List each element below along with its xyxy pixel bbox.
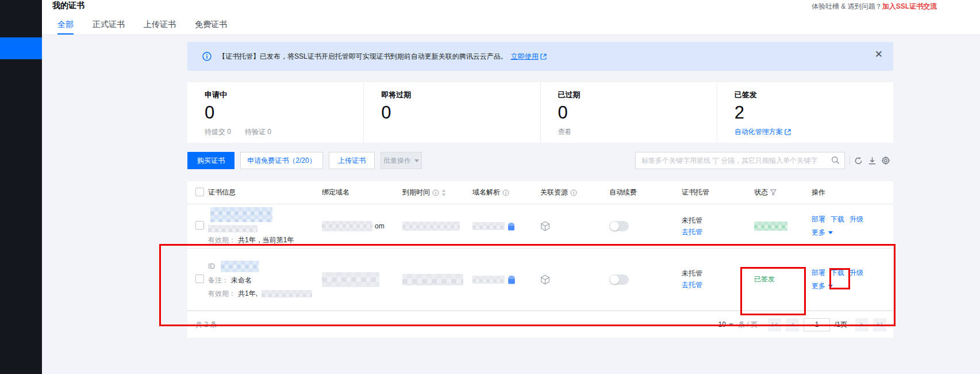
redacted-domain [322, 272, 379, 287]
download-link[interactable]: 下载 [831, 215, 844, 224]
hosting-status: 未托管 [682, 269, 754, 278]
note-value: 未命名 [231, 276, 252, 285]
feedback-text: 体验吐槽 & 遇到问题？ [812, 2, 882, 10]
upgrade-link[interactable]: 升级 [850, 215, 863, 224]
table-toolbar: 购买证书 申请免费证书（2/20） 上传证书 批量操作 [187, 152, 893, 169]
download-link[interactable]: 下载 [831, 268, 844, 278]
stat-value: 0 [558, 102, 717, 123]
use-now-link[interactable]: 立即使用 [511, 52, 539, 62]
pagination-next-button[interactable] [855, 318, 868, 331]
main-content: 【证书托管】已发布，将SSL证书开启托管即可实现证书到期前自动更新关联的腾讯云云… [42, 36, 980, 374]
upload-cert-button[interactable]: 上传证书 [329, 152, 375, 169]
pagination-total-pages: /1页 [835, 320, 847, 330]
stat-sub-pending-submit[interactable]: 待提交 0 [205, 127, 231, 137]
resource-box-icon[interactable] [540, 274, 550, 285]
select-all-checkbox[interactable] [195, 188, 204, 196]
stat-value: 2 [735, 102, 893, 123]
pagination-first-button[interactable] [768, 318, 781, 331]
stat-expiring: 即将过期 0 [363, 82, 540, 143]
redacted-cert-name [210, 207, 272, 222]
banner-message: 【证书托管】已发布，将SSL证书开启托管即可实现证书到期前自动更新关联的腾讯云云… [218, 52, 508, 62]
toolbar-divider [850, 156, 850, 165]
tab-all[interactable]: 全部 [57, 16, 74, 35]
ssl-console-page: { "app": { "title": "我的证书" }, "topbar": … [0, 0, 980, 374]
stat-sub-pending-verify[interactable]: 待验证 0 [245, 127, 271, 137]
stat-issued: 已签发 2 自动化管理方案 [717, 82, 893, 143]
domain-suffix: om [375, 222, 385, 230]
more-link[interactable]: 更多 [812, 281, 825, 291]
col-auto-renew: 自动续费 [609, 188, 637, 197]
dns-cloud-icon [507, 222, 516, 231]
apply-free-cert-button[interactable]: 申请免费证书（2/20） [240, 152, 323, 169]
hosting-action-link[interactable]: 去托管 [682, 280, 754, 290]
chevron-down-icon [729, 323, 733, 326]
hosting-action-link[interactable]: 去托管 [682, 227, 754, 237]
filter-icon[interactable] [770, 189, 777, 196]
table-row: ID 备注：未命名 有效期：共1年, 未托管 去托管 已签发 部署 [187, 249, 893, 311]
redacted-status-badge [754, 222, 787, 231]
stat-pending: 申请中 0 待提交 0 待验证 0 [187, 82, 363, 143]
tab-formal[interactable]: 正式证书 [93, 16, 125, 35]
more-link[interactable]: 更多 [812, 228, 825, 238]
banner-close-icon[interactable]: ✕ [875, 49, 883, 59]
download-icon[interactable] [867, 155, 877, 166]
redacted-expire-time [402, 274, 463, 285]
resource-box-icon[interactable] [540, 221, 550, 231]
external-link-icon [540, 54, 547, 60]
info-icon[interactable] [432, 189, 439, 196]
deploy-link[interactable]: 部署 [812, 268, 825, 278]
sidebar-active-item[interactable] [0, 37, 42, 59]
info-icon[interactable] [570, 189, 577, 196]
col-actions: 操作 [812, 188, 825, 197]
stat-label: 已过期 [558, 90, 717, 100]
redacted-expire-time [402, 222, 460, 231]
redacted-cert-id [208, 225, 258, 232]
cert-tabs: 全部 正式证书 上传证书 免费证书 [57, 16, 227, 35]
batch-action-button[interactable]: 批量操作 [381, 152, 422, 169]
status-issued: 已签发 [754, 275, 775, 283]
id-label: ID [208, 262, 215, 270]
col-resources: 关联资源 [540, 188, 568, 197]
deploy-link[interactable]: 部署 [812, 215, 825, 224]
search-box [635, 152, 845, 169]
dns-cloud-icon [507, 274, 516, 285]
app-sidebar [0, 0, 42, 374]
auto-renew-toggle[interactable] [609, 274, 629, 285]
col-domain: 绑定域名 [322, 188, 349, 197]
validity-label: 有效期： [208, 235, 236, 245]
note-label: 备注： [208, 276, 229, 285]
auto-renew-toggle[interactable] [609, 221, 629, 231]
page-header: 我的证书 体验吐槽 & 遇到问题？加入SSL证书交流 全部 正式证书 上传证书 … [42, 0, 980, 35]
join-ssl-group-link[interactable]: 加入SSL证书交流 [882, 2, 937, 10]
stat-expired-view-link[interactable]: 查看 [558, 127, 572, 137]
buy-cert-button[interactable]: 购买证书 [187, 152, 235, 169]
stat-label: 已签发 [735, 90, 893, 100]
col-cert-info: 证书信息 [208, 188, 236, 197]
row-checkbox[interactable] [195, 221, 204, 230]
page-size-value: 10 [718, 320, 726, 329]
tab-free[interactable]: 免费证书 [195, 16, 227, 35]
pagination-page-input[interactable] [804, 318, 830, 331]
total-count: 共 2 条 [195, 320, 217, 330]
refresh-icon[interactable] [853, 155, 863, 166]
col-expire-time: 到期时间 [402, 188, 430, 197]
redacted-dns-status [472, 222, 505, 230]
pagination-prev-button[interactable] [786, 318, 799, 331]
validity-value: 共1年，当前第1年 [238, 235, 294, 245]
upgrade-link[interactable]: 升级 [850, 268, 863, 278]
redacted-dns-status [472, 276, 505, 284]
validity-value: 共1年, [238, 289, 258, 299]
pagination-last-button[interactable] [873, 318, 886, 331]
per-page-label: 条 / 页 [738, 320, 758, 330]
chevron-down-icon [414, 159, 419, 162]
search-input[interactable] [635, 152, 845, 169]
info-icon[interactable] [502, 189, 509, 196]
gear-icon[interactable] [881, 155, 891, 166]
row-checkbox[interactable] [195, 274, 204, 283]
tab-uploaded[interactable]: 上传证书 [144, 16, 176, 35]
search-icon[interactable] [831, 156, 840, 165]
page-size-select[interactable]: 10 [718, 320, 733, 329]
automation-plan-link[interactable]: 自动化管理方案 [735, 127, 791, 137]
sort-icon[interactable] [441, 189, 446, 196]
chevron-down-icon [828, 231, 833, 234]
